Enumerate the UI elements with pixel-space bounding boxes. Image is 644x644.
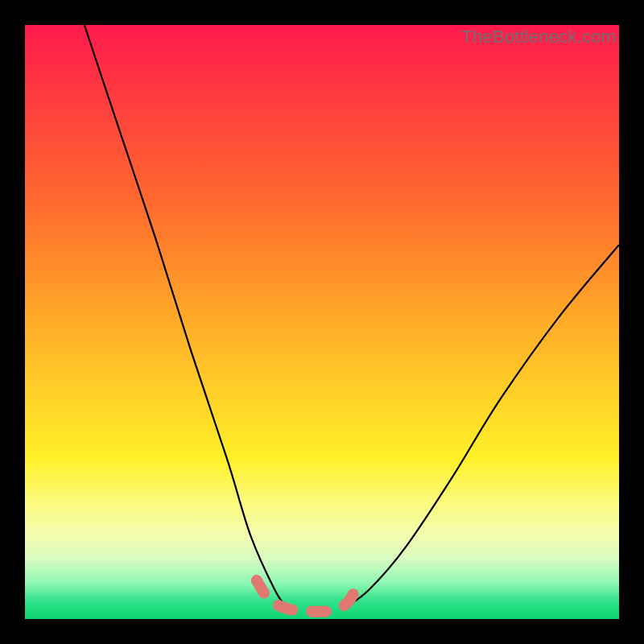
watermark-text: TheBottleneck.com [461,27,616,47]
chart-svg [25,25,619,619]
chart-frame: TheBottleneck.com [0,0,644,644]
left-curve [85,25,287,607]
right-curve [346,245,620,607]
